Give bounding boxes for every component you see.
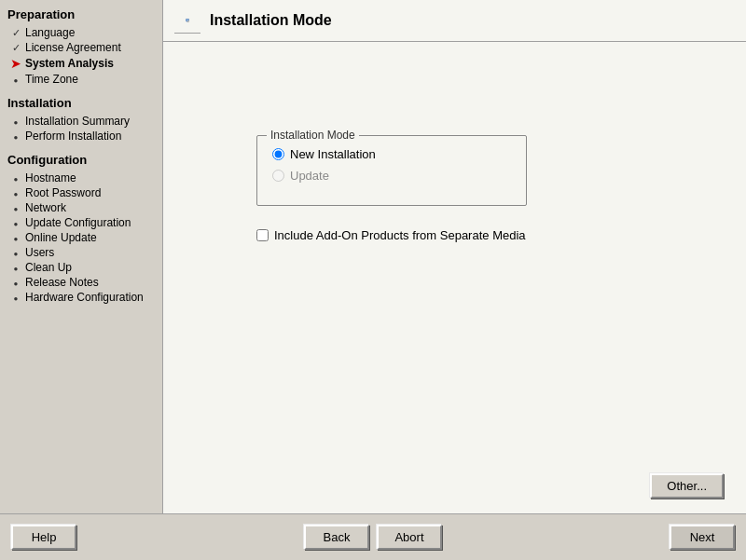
sidebar-item-icon: ● bbox=[9, 292, 22, 303]
sidebar-item-icon: ● bbox=[9, 217, 22, 228]
bottom-bar-center: Back Abort bbox=[304, 525, 442, 550]
sidebar-item-icon: ✓ bbox=[9, 42, 22, 54]
sidebar-item-root-password[interactable]: ●Root Password bbox=[4, 185, 159, 200]
sidebar-item-icon: ● bbox=[9, 232, 22, 243]
sidebar-item-label: Hostname bbox=[25, 171, 76, 184]
sidebar-item-system-analysis[interactable]: ➤System Analysis bbox=[4, 55, 159, 72]
sidebar-item-label: Release Notes bbox=[25, 276, 99, 289]
sidebar-item-language[interactable]: ✓Language bbox=[4, 25, 159, 40]
sidebar-item-installation-summary[interactable]: ●Installation Summary bbox=[4, 114, 159, 129]
sidebar-item-icon: ● bbox=[9, 202, 22, 213]
sidebar-item-license-agreement[interactable]: ✓License Agreement bbox=[4, 40, 159, 55]
sidebar-item-label: Root Password bbox=[25, 186, 101, 199]
sidebar-section-title: Installation bbox=[4, 96, 159, 110]
addon-label: Include Add-On Products from Separate Me… bbox=[274, 228, 526, 242]
new-installation-radio[interactable] bbox=[272, 148, 284, 160]
update-label: Update bbox=[290, 169, 329, 183]
sidebar-item-time-zone[interactable]: ●Time Zone bbox=[4, 72, 159, 87]
sidebar-item-label: System Analysis bbox=[25, 57, 114, 70]
update-radio bbox=[272, 170, 284, 182]
back-button[interactable]: Back bbox=[304, 525, 369, 550]
sidebar-item-icon: ● bbox=[9, 262, 22, 273]
sidebar-item-online-update[interactable]: ●Online Update bbox=[4, 230, 159, 245]
sidebar-item-icon: ● bbox=[9, 116, 22, 127]
sidebar-item-label: Network bbox=[25, 201, 66, 214]
sidebar-item-perform-installation[interactable]: ●Perform Installation bbox=[4, 129, 159, 143]
update-option: Update bbox=[272, 169, 511, 183]
sidebar-item-label: Language bbox=[25, 26, 75, 39]
sidebar-item-icon: ➤ bbox=[9, 56, 22, 71]
sidebar-item-icon: ● bbox=[9, 247, 22, 258]
install-mode-legend: Installation Mode bbox=[267, 129, 359, 142]
sidebar-item-update-configuration[interactable]: ●Update Configuration bbox=[4, 215, 159, 230]
sidebar-item-network[interactable]: ●Network bbox=[4, 200, 159, 215]
sidebar-item-label: Clean Up bbox=[25, 261, 72, 274]
sidebar-item-label: Installation Summary bbox=[25, 115, 130, 128]
sidebar-item-icon: ● bbox=[9, 187, 22, 198]
sidebar-section-title: Configuration bbox=[4, 153, 159, 167]
other-button[interactable]: Other... bbox=[650, 473, 724, 499]
sidebar-item-label: Users bbox=[25, 246, 54, 259]
sidebar-item-icon: ● bbox=[9, 277, 22, 288]
other-button-area: Other... bbox=[163, 473, 746, 513]
sidebar-item-label: Update Configuration bbox=[25, 216, 131, 229]
sidebar-item-clean-up[interactable]: ●Clean Up bbox=[4, 260, 159, 275]
abort-button[interactable]: Abort bbox=[377, 525, 442, 550]
content-header: Installation Mode bbox=[163, 0, 746, 42]
sidebar-item-icon: ● bbox=[9, 130, 22, 142]
bottom-bar-left: Help bbox=[11, 525, 76, 550]
sidebar-item-users[interactable]: ●Users bbox=[4, 245, 159, 260]
bottom-bar-right: Next bbox=[670, 525, 735, 550]
new-installation-option[interactable]: New Installation bbox=[272, 147, 511, 161]
sidebar-item-label: Time Zone bbox=[25, 73, 78, 86]
next-button[interactable]: Next bbox=[670, 525, 735, 550]
page-title: Installation Mode bbox=[210, 12, 332, 29]
sidebar-item-hardware-configuration[interactable]: ●Hardware Configuration bbox=[4, 290, 159, 305]
addon-checkbox[interactable] bbox=[256, 229, 269, 241]
sidebar-item-icon: ✓ bbox=[9, 27, 22, 39]
sidebar-item-label: Online Update bbox=[25, 231, 97, 244]
install-mode-group: Installation Mode New Installation Updat… bbox=[256, 135, 527, 206]
bottom-bar: Help Back Abort Next bbox=[0, 513, 746, 560]
sidebar: Preparation✓Language✓License Agreement➤S… bbox=[0, 0, 163, 513]
sidebar-item-hostname[interactable]: ●Hostname bbox=[4, 171, 159, 185]
new-installation-label: New Installation bbox=[290, 147, 376, 161]
help-button[interactable]: Help bbox=[11, 525, 76, 550]
sidebar-section-title: Preparation bbox=[4, 7, 159, 21]
content-body: Installation Mode New Installation Updat… bbox=[163, 42, 746, 473]
sidebar-item-label: Hardware Configuration bbox=[25, 291, 144, 304]
sidebar-item-label: License Agreement bbox=[25, 41, 121, 54]
content-area: Installation Mode Installation Mode New … bbox=[163, 0, 746, 513]
sidebar-item-icon: ● bbox=[9, 74, 22, 85]
sidebar-item-release-notes[interactable]: ●Release Notes bbox=[4, 275, 159, 290]
monitor-icon bbox=[174, 7, 200, 34]
sidebar-item-icon: ● bbox=[9, 172, 22, 184]
sidebar-item-label: Perform Installation bbox=[25, 130, 121, 143]
addon-checkbox-row[interactable]: Include Add-On Products from Separate Me… bbox=[256, 228, 727, 242]
